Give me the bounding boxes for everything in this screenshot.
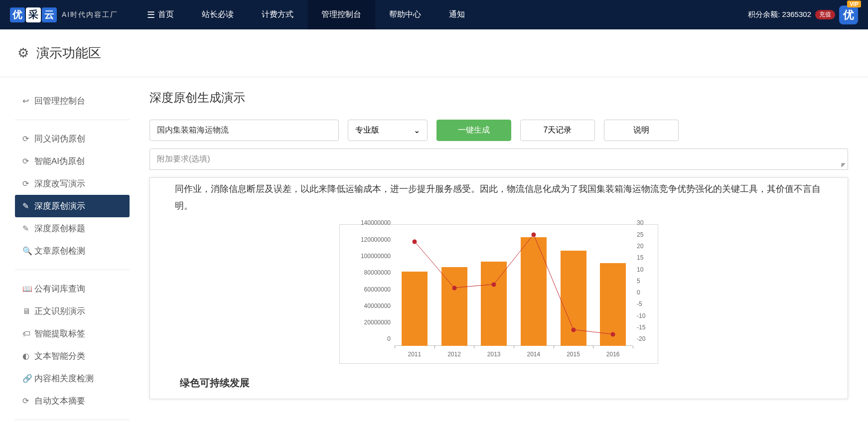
chart-container: 0200000004000000060000000800000001000000…: [175, 224, 823, 364]
sidebar-icon: 🔍: [22, 246, 34, 256]
sidebar-icon: ✎: [22, 224, 34, 233]
sidebar-item-label: 自动文本摘要: [34, 395, 85, 407]
sidebar-icon: ↩: [22, 96, 34, 106]
y-tick-left: 140000000: [361, 219, 395, 226]
content: 深度原创生成演示 专业版 ⌄ 一键生成 7天记录 说明 附加要求(选填) 同作业…: [145, 77, 868, 440]
sidebar-item[interactable]: 🏷智能提取标签: [15, 322, 130, 345]
nav-item[interactable]: 通知: [435, 0, 479, 29]
y-tick-left: 100000000: [361, 253, 395, 260]
output-heading: 绿色可持续发展: [175, 376, 823, 390]
sidebar-item[interactable]: ↩回管理控制台: [15, 90, 130, 112]
history-button[interactable]: 7天记录: [520, 120, 595, 141]
x-tick: 2011: [408, 346, 421, 358]
y-tick-right: 30: [633, 219, 643, 226]
y-tick-left: 60000000: [364, 286, 395, 293]
sidebar-item-label: 文本智能分类: [34, 350, 85, 362]
y-tick-left: 0: [387, 335, 395, 342]
keyword-input[interactable]: [149, 120, 339, 141]
sidebar-icon: 🖥: [22, 307, 34, 316]
x-tick: 2013: [487, 346, 501, 358]
output-paragraph: 同作业，消除信息断层及误差，以此来降低运输成本，进一步提升服务感受。因此，物流信…: [175, 180, 823, 214]
sidebar-item[interactable]: ⟳深度改写演示: [15, 172, 130, 195]
sidebar-item[interactable]: 🔗内容相关度检测: [15, 367, 130, 390]
gear-icon: ⚙: [17, 45, 29, 61]
chart-point: [571, 327, 576, 332]
nav-item-label: 首页: [158, 9, 174, 20]
help-button[interactable]: 说明: [604, 120, 679, 141]
y-tick-left: 20000000: [364, 319, 395, 326]
y-tick-right: 5: [633, 278, 640, 285]
sidebar-item[interactable]: 🖥正文识别演示: [15, 300, 130, 322]
y-tick-right: 10: [633, 266, 643, 273]
logo-tagline: AI时代内容工厂: [62, 10, 118, 19]
sidebar-item-label: 正文识别演示: [34, 305, 85, 317]
sidebar-item-label: 智能提取标签: [34, 328, 85, 339]
page-title-bar: ⚙ 演示功能区: [0, 29, 868, 77]
nav-items: ☰首页站长必读计费方式管理控制台帮助中心通知: [133, 0, 479, 29]
sidebar-icon: 🔗: [22, 374, 34, 383]
nav-item[interactable]: 管理控制台: [307, 0, 375, 29]
sidebar-icon: 🏷: [22, 329, 34, 338]
nav-item-label: 计费方式: [262, 9, 293, 20]
y-tick-right: 25: [633, 231, 643, 238]
top-nav: 优 采 云 AI时代内容工厂 ☰首页站长必读计费方式管理控制台帮助中心通知 积分…: [0, 0, 868, 29]
sidebar-item[interactable]: 📖公有词库查询: [15, 278, 130, 300]
chevron-down-icon: ⌄: [414, 126, 420, 135]
sidebar-item-label: 公有词库查询: [34, 283, 85, 295]
recharge-button[interactable]: 充值: [815, 10, 835, 19]
extra-requirements-input[interactable]: 附加要求(选填): [149, 148, 848, 170]
nav-item-label: 管理控制台: [321, 9, 361, 20]
sidebar-item[interactable]: ✎深度原创标题: [15, 217, 130, 240]
sidebar-item-label: 文章原创检测: [34, 245, 85, 257]
sidebar-item[interactable]: ⟳同义词伪原创: [15, 128, 130, 150]
sidebar-item[interactable]: ✎深度原创演示: [15, 195, 130, 217]
nav-item-label: 站长必读: [202, 9, 234, 20]
y-tick-left: 120000000: [361, 236, 395, 243]
controls-row: 专业版 ⌄ 一键生成 7天记录 说明: [149, 120, 848, 141]
sidebar-item[interactable]: 🔍文章原创检测: [15, 240, 130, 262]
vip-icon: 优: [839, 5, 858, 24]
version-select[interactable]: 专业版 ⌄: [348, 120, 428, 141]
page-title: 演示功能区: [36, 44, 101, 62]
y-tick-right: -20: [633, 335, 645, 342]
sidebar-icon: ⟳: [22, 396, 34, 406]
y-tick-right: -5: [633, 300, 642, 307]
output-panel[interactable]: 同作业，消除信息断层及误差，以此来降低运输成本，进一步提升服务感受。因此，物流信…: [149, 177, 848, 399]
content-title: 深度原创生成演示: [149, 90, 848, 106]
nav-item[interactable]: 计费方式: [248, 0, 307, 29]
sidebar-item-label: 内容相关度检测: [34, 373, 94, 384]
chart-point: [492, 282, 496, 287]
chart-line: [395, 230, 633, 346]
sidebar-item-label: 同义词伪原创: [34, 133, 85, 145]
sidebar-icon: ◐: [22, 351, 34, 361]
vip-badge[interactable]: 优 VIP: [839, 5, 858, 24]
sidebar-item[interactable]: ⟳自动文本摘要: [15, 390, 130, 412]
sidebar-icon: ⟳: [22, 134, 34, 144]
logo[interactable]: 优 采 云 AI时代内容工厂: [10, 7, 118, 22]
logo-char-2: 采: [26, 7, 41, 22]
logo-char-1: 优: [10, 7, 25, 22]
version-select-label: 专业版: [355, 125, 379, 136]
nav-item[interactable]: ☰首页: [133, 0, 188, 29]
y-tick-right: -10: [633, 312, 645, 319]
sidebar-item-label: 智能AI伪原创: [34, 155, 85, 167]
sidebar: ↩回管理控制台⟳同义词伪原创⟳智能AI伪原创⟳深度改写演示✎深度原创演示✎深度原…: [0, 77, 145, 440]
points-label: 积分余额: 2365302: [748, 10, 811, 19]
x-tick: 2012: [447, 346, 461, 358]
sidebar-icon: 📖: [22, 284, 34, 294]
nav-item[interactable]: 站长必读: [188, 0, 248, 29]
y-tick-left: 40000000: [364, 302, 395, 309]
sidebar-item[interactable]: ◐文本智能分类: [15, 345, 130, 367]
y-tick-left: 80000000: [364, 269, 395, 276]
generate-button[interactable]: 一键生成: [436, 120, 511, 141]
x-tick: 2016: [606, 346, 620, 358]
sidebar-item-label: 深度原创演示: [34, 200, 85, 212]
nav-item[interactable]: 帮助中心: [375, 0, 435, 29]
sidebar-item[interactable]: ⟳智能AI伪原创: [15, 150, 130, 172]
y-tick-right: 0: [633, 289, 640, 296]
nav-item-label: 通知: [449, 9, 465, 20]
nav-item-label: 帮助中心: [389, 9, 421, 20]
y-tick-right: -15: [633, 324, 645, 331]
sidebar-icon: ⟳: [22, 156, 34, 166]
chart-point: [412, 239, 417, 244]
